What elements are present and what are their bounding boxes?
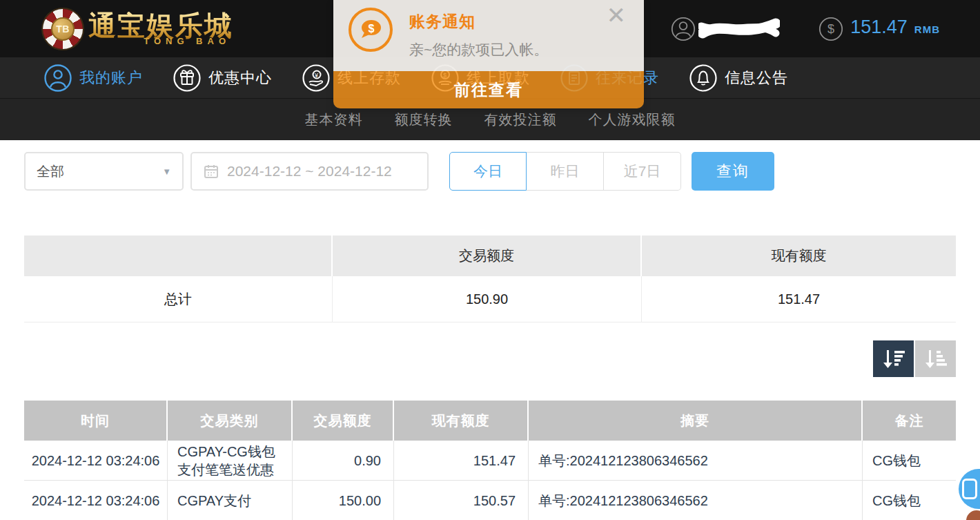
cell-type: CGPAY-CG钱包支付笔笔送优惠 [168, 441, 293, 480]
sort-descending-icon [881, 348, 906, 370]
logo-subtitle: TONG BAO [144, 37, 231, 46]
cell-balance: 151.47 [394, 441, 529, 480]
nav-item-promotions[interactable]: 优惠中心 [173, 64, 272, 92]
account-notification-popup: $ 账务通知 亲~您的款项已入帐。 ✕ 前往查看 [333, 0, 644, 108]
site-logo[interactable]: TB 通宝娱乐城 TONG BAO [43, 9, 233, 49]
summary-total-row: 总计 150.90 151.47 [24, 276, 956, 322]
cell-summary: 单号:202412123806346562 [529, 481, 863, 520]
money-message-icon: $ [349, 8, 393, 52]
subnav-valid-bets[interactable]: 有效投注额 [484, 110, 557, 129]
table-row: 2024-12-12 03:24:06 CGPAY支付 150.00 150.5… [24, 481, 956, 520]
notification-message: 亲~您的款项已入帐。 [409, 40, 548, 59]
type-select-value: 全部 [37, 162, 64, 181]
transactions-table: 时间 交易类别 交易额度 现有额度 摘要 备注 2024-12-12 03:24… [24, 401, 956, 520]
summary-header-balance: 现有额度 [642, 235, 956, 276]
svg-text:$: $ [827, 22, 834, 36]
wallet-balance[interactable]: $ 151.47 RMB [819, 17, 940, 41]
go-view-button[interactable]: 前往查看 [333, 71, 644, 108]
bell-icon [689, 64, 717, 92]
casino-chip-icon: TB [43, 9, 83, 49]
summary-transaction-total: 150.90 [333, 276, 642, 322]
chat-device-icon [962, 479, 977, 499]
date-range-value: 2024-12-12 ~ 2024-12-12 [227, 163, 392, 180]
records-content: 全部 ▼ 2024-12-12 ~ 2024-12-12 今日 昨日 [0, 140, 980, 520]
dollar-circle-icon: $ [819, 17, 843, 41]
sort-controls [24, 340, 956, 377]
subnav-basic-info[interactable]: 基本资料 [305, 110, 363, 129]
svg-text:¥: ¥ [314, 72, 319, 79]
subnav-credit-transfer[interactable]: 额度转换 [395, 110, 453, 129]
summary-balance-total: 151.47 [642, 276, 956, 322]
sort-ascending-button[interactable] [915, 340, 956, 377]
col-header-balance: 现有额度 [394, 401, 529, 441]
sort-descending-button[interactable] [873, 340, 914, 377]
deposit-icon: ¥ [302, 64, 330, 92]
account-icon [44, 64, 72, 92]
balance-currency: RMB [914, 23, 940, 35]
nav-label: 信息公告 [725, 68, 788, 88]
svg-text:$: $ [369, 23, 375, 35]
summary-table: 交易额度 现有额度 总计 150.90 151.47 [24, 235, 956, 322]
summary-header-empty [24, 235, 333, 276]
subnav-game-limits[interactable]: 个人游戏限额 [589, 110, 676, 129]
user-icon [671, 17, 696, 41]
cell-time: 2024-12-12 03:24:06 [24, 441, 168, 480]
nav-label: 我的账户 [79, 68, 143, 88]
chevron-down-icon: ▼ [162, 166, 171, 177]
cell-time: 2024-12-12 03:24:06 [24, 481, 168, 520]
col-header-type: 交易类别 [168, 401, 293, 441]
censor-scribble [698, 17, 780, 43]
notification-title: 账务通知 [409, 11, 476, 32]
gift-icon [173, 64, 201, 92]
nav-label: 优惠中心 [208, 68, 272, 88]
close-icon[interactable]: ✕ [607, 3, 627, 28]
account-records-page: TB 通宝娱乐城 TONG BAO ··· [0, 0, 980, 520]
col-header-note: 备注 [863, 401, 956, 441]
cell-type: CGPAY支付 [168, 481, 293, 520]
balance-amount: 151.47 [850, 17, 908, 38]
summary-total-label: 总计 [24, 276, 333, 322]
quick-today-button[interactable]: 今日 [449, 152, 527, 191]
chip-monogram: TB [51, 17, 75, 41]
cell-note: CG钱包 [863, 481, 956, 520]
quick-yesterday-button[interactable]: 昨日 [527, 152, 604, 191]
type-select[interactable]: 全部 ▼ [24, 152, 184, 191]
cell-amount: 0.90 [293, 441, 394, 480]
quick-date-group: 今日 昨日 近7日 [449, 152, 681, 191]
calendar-icon [203, 163, 219, 180]
cell-note: CG钱包 [863, 441, 956, 480]
cell-amount: 150.00 [293, 481, 394, 520]
nav-item-my-account[interactable]: 我的账户 [44, 64, 143, 92]
user-account-menu[interactable]: ··· [671, 17, 776, 41]
col-header-amount: 交易额度 [293, 401, 394, 441]
col-header-time: 时间 [24, 401, 168, 441]
cell-balance: 150.57 [394, 481, 529, 520]
table-row: 2024-12-12 03:24:06 CGPAY-CG钱包支付笔笔送优惠 0.… [24, 441, 956, 481]
summary-header-row: 交易额度 现有额度 [24, 235, 956, 276]
logo-title: 通宝娱乐城 [88, 12, 233, 39]
col-header-summary: 摘要 [529, 401, 863, 441]
sort-ascending-icon [923, 348, 948, 370]
nav-item-announcements[interactable]: 信息公告 [689, 64, 788, 92]
transactions-header-row: 时间 交易类别 交易额度 现有额度 摘要 备注 [24, 401, 956, 441]
date-range-input[interactable]: 2024-12-12 ~ 2024-12-12 [190, 152, 429, 191]
cell-summary: 单号:202412123806346562 [529, 441, 863, 480]
username-censored: ··· [701, 17, 776, 41]
summary-header-transaction: 交易额度 [333, 235, 642, 276]
filter-row: 全部 ▼ 2024-12-12 ~ 2024-12-12 今日 昨日 [24, 152, 956, 191]
quick-7days-button[interactable]: 近7日 [604, 152, 681, 191]
query-button[interactable]: 查询 [692, 152, 774, 191]
